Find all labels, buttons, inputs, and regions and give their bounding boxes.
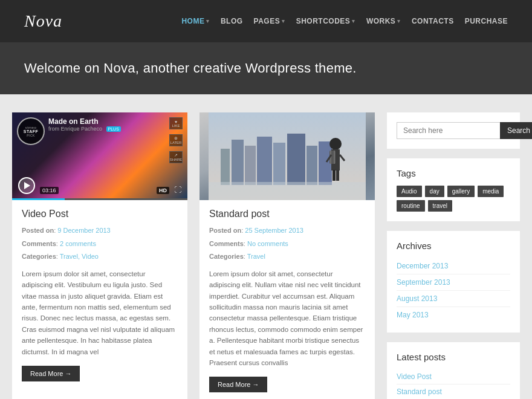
- svg-rect-7: [307, 146, 317, 185]
- nav-item-shortcodes[interactable]: SHORTCODES▾: [296, 17, 355, 25]
- comments-value[interactable]: 2 comments: [60, 240, 96, 247]
- posted-on-label2: Posted on:: [209, 227, 245, 234]
- post-image-svg: [199, 112, 375, 200]
- comments-label2: Comments:: [209, 240, 247, 247]
- video-title-text: Made on Earth: [48, 117, 183, 126]
- tags-widget: Tags Audiodaygallerymediaroutinetravel: [387, 158, 520, 221]
- comments-value2[interactable]: No comments: [247, 240, 288, 247]
- tag-item[interactable]: Audio: [397, 186, 422, 197]
- svg-point-9: [329, 138, 342, 150]
- nav-item-contacts[interactable]: CONTACTS: [412, 17, 454, 25]
- nav-item-pages[interactable]: PAGES▾: [254, 17, 285, 25]
- hero-banner: Welcome on Nova, another creative Wordpr…: [0, 42, 532, 94]
- tag-item[interactable]: media: [478, 186, 504, 197]
- image-thumbnail: [199, 112, 375, 200]
- post-title-video: Video Post: [22, 209, 178, 219]
- video-thumbnail: vimeo STAFF PICK Made on Earth from Enri…: [12, 112, 187, 200]
- tag-item[interactable]: day: [425, 186, 444, 197]
- vimeo-badge-bot: PICK: [27, 134, 35, 137]
- video-progress-bar[interactable]: [12, 198, 187, 200]
- latest-post-item[interactable]: Video Post: [397, 369, 510, 384]
- hd-badge: HD: [157, 187, 169, 194]
- archive-item[interactable]: December 2013: [397, 258, 510, 274]
- latest-posts-title: Latest posts: [397, 352, 510, 362]
- nav-item-works[interactable]: WORKS▾: [366, 17, 401, 25]
- video-progress-fill: [12, 198, 65, 200]
- video-timecode: 03:16: [40, 187, 59, 194]
- archive-item[interactable]: August 2013: [397, 291, 510, 307]
- read-more-button-standard[interactable]: Read More →: [209, 377, 267, 392]
- play-triangle-icon: [24, 182, 30, 189]
- header: Nova HOME▾BLOGPAGES▾SHORTCODES▾WORKS▾CON…: [0, 0, 532, 42]
- share-icon[interactable]: ↗SHARE: [169, 151, 183, 163]
- search-input[interactable]: [397, 122, 500, 139]
- posted-on-date[interactable]: 9 December 2013: [57, 227, 110, 234]
- play-button[interactable]: [18, 177, 35, 194]
- post-card-standard: Standard post Posted on: 25 September 20…: [199, 112, 375, 399]
- post-excerpt-standard: Lorem ipsum dolor sit amet, consectetur …: [209, 268, 365, 369]
- comments-label: Comments:: [22, 240, 60, 247]
- nav-item-blog[interactable]: BLOG: [221, 17, 243, 25]
- latest-posts-list: Video PostStandard post: [397, 369, 510, 399]
- main-nav: HOME▾BLOGPAGES▾SHORTCODES▾WORKS▾CONTACTS…: [181, 17, 508, 25]
- nav-dropdown-arrow: ▾: [206, 18, 210, 24]
- categories-label-standard: Categories:: [209, 253, 247, 260]
- posted-on-date2[interactable]: 25 September 2013: [245, 227, 303, 234]
- like-icon[interactable]: ♥LIKE: [169, 117, 183, 129]
- post-meta-categories-video: Categories: Travel, Video: [22, 251, 178, 262]
- post-meta-comments-video: Comments: 2 comments: [22, 239, 178, 250]
- post-meta-video: Posted on: 9 December 2013: [22, 225, 178, 236]
- fullscreen-icon[interactable]: ⛶: [174, 186, 181, 194]
- posted-on-label: Posted on:: [22, 227, 57, 234]
- vimeo-badge: vimeo STAFF PICK: [17, 117, 45, 145]
- post-title-standard: Standard post: [209, 209, 365, 219]
- post-body-standard: Standard post Posted on: 25 September 20…: [199, 200, 375, 399]
- archive-item[interactable]: September 2013: [397, 274, 510, 291]
- latest-post-item[interactable]: Standard post: [397, 384, 510, 399]
- post-excerpt-video: Lorem ipsum dolor sit amet, consectetur …: [22, 268, 178, 357]
- svg-rect-2: [232, 140, 244, 185]
- vimeo-plus-badge: PLUS: [106, 126, 121, 132]
- nav-dropdown-arrow: ▾: [282, 18, 285, 24]
- archive-item[interactable]: May 2013: [397, 307, 510, 323]
- nav-dropdown-arrow: ▾: [352, 18, 355, 24]
- post-meta-standard: Posted on: 25 September 2013: [209, 225, 365, 236]
- tag-item[interactable]: travel: [428, 200, 452, 212]
- categories-label-video: Categories:: [22, 253, 60, 260]
- svg-rect-4: [257, 137, 272, 185]
- vimeo-badge-mid: STAFF: [24, 129, 39, 134]
- post-body-video: Video Post Posted on: 9 December 2013 Co…: [12, 200, 187, 390]
- main-content: vimeo STAFF PICK Made on Earth from Enri…: [0, 94, 532, 399]
- nav-dropdown-arrow: ▾: [397, 18, 401, 24]
- svg-rect-3: [245, 146, 256, 185]
- tag-item[interactable]: gallery: [447, 186, 475, 197]
- logo: Nova: [24, 11, 62, 31]
- search-form: Search: [397, 122, 510, 139]
- posts-area: vimeo STAFF PICK Made on Earth from Enri…: [12, 112, 375, 399]
- tags-list: Audiodaygallerymediaroutinetravel: [397, 186, 510, 212]
- search-widget: Search: [387, 112, 520, 149]
- later-icon[interactable]: ⊕LATER: [169, 134, 183, 146]
- read-more-button-video[interactable]: Read More →: [22, 366, 80, 381]
- svg-rect-6: [287, 134, 305, 185]
- hero-text: Welcome on Nova, another creative Wordpr…: [24, 60, 508, 76]
- latest-posts-widget: Latest posts Video PostStandard post: [387, 342, 520, 399]
- nav-item-home[interactable]: HOME▾: [181, 17, 210, 25]
- post-meta-comments-standard: Comments: No comments: [209, 239, 365, 250]
- categories-value-video[interactable]: Travel, Video: [60, 253, 99, 260]
- video-from: from Enrique Pacheco: [48, 126, 102, 132]
- video-title-overlay: Made on Earth from Enrique Pacheco PLUS: [48, 117, 183, 132]
- nav-item-purchase[interactable]: PURCHASE: [465, 17, 508, 25]
- svg-rect-5: [273, 143, 285, 185]
- post-meta-categories-standard: Categories: Travel: [209, 251, 365, 262]
- tag-item[interactable]: routine: [397, 200, 425, 212]
- categories-value-standard[interactable]: Travel: [247, 253, 265, 260]
- sidebar: Search Tags Audiodaygallerymediaroutinet…: [387, 112, 520, 399]
- post-card-video: vimeo STAFF PICK Made on Earth from Enri…: [12, 112, 187, 399]
- video-sub: from Enrique Pacheco PLUS: [48, 126, 183, 132]
- svg-rect-18: [209, 182, 366, 200]
- archives-list: December 2013September 2013August 2013Ma…: [397, 258, 510, 323]
- tags-title: Tags: [397, 168, 510, 178]
- video-icons: ♥LIKE ⊕LATER ↗SHARE: [169, 117, 183, 163]
- search-button[interactable]: Search: [500, 122, 532, 139]
